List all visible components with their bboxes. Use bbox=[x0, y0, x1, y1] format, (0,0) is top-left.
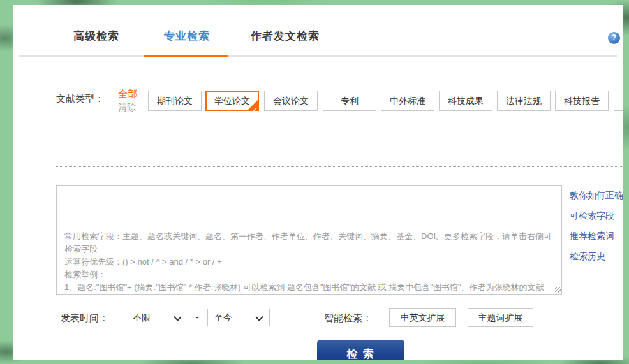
publish-time-label: 发表时间： bbox=[61, 312, 108, 324]
date-range-separator: - bbox=[196, 312, 199, 323]
doc-type-label: 文献类型： bbox=[56, 93, 104, 105]
doc-type-report[interactable]: 科技报告 bbox=[555, 91, 609, 111]
tab-professional-search[interactable]: 专业检索 bbox=[164, 29, 210, 43]
publish-time-to-value: 至今 bbox=[214, 312, 232, 323]
publish-time-to-select[interactable]: 至今 bbox=[207, 309, 270, 326]
link-searchable-fields[interactable]: 可检索字段 bbox=[570, 210, 614, 222]
desktop-background: 高级检索 专业检索 作者发文检索 ? 文献类型： 全部 清除 期刊论文 学位论文… bbox=[0, 0, 629, 364]
doc-type-law[interactable]: 法律法规 bbox=[497, 91, 551, 111]
doc-type-thesis-label: 学位论文 bbox=[214, 96, 250, 106]
doc-type-patent[interactable]: 专利 bbox=[323, 91, 376, 111]
tab-advanced-search[interactable]: 高级检索 bbox=[73, 29, 119, 43]
doc-type-conference[interactable]: 会议论文 bbox=[264, 91, 318, 111]
link-how-to-search[interactable]: 教你如何正确检索 bbox=[570, 190, 623, 201]
search-panel: 高级检索 专业检索 作者发文检索 ? 文献类型： 全部 清除 期刊论文 学位论文… bbox=[13, 5, 623, 360]
clear-link[interactable]: 清除 bbox=[118, 102, 136, 113]
resize-grip-icon[interactable] bbox=[555, 287, 561, 293]
cn-en-expand-button[interactable]: 中英文扩展 bbox=[389, 308, 456, 327]
doc-type-achievement[interactable]: 科技成果 bbox=[439, 91, 492, 111]
query-input[interactable] bbox=[56, 185, 562, 295]
link-recommended-terms[interactable]: 推荐检索词 bbox=[570, 231, 614, 242]
smart-search-label: 智能检索： bbox=[324, 312, 372, 324]
subject-expand-button[interactable]: 主题词扩展 bbox=[468, 308, 533, 327]
dotted-divider bbox=[56, 166, 623, 167]
check-icon: ✓ bbox=[253, 107, 258, 113]
tab-author-search[interactable]: 作者发文检索 bbox=[251, 29, 320, 43]
doc-type-clipped[interactable] bbox=[614, 91, 623, 111]
doc-type-thesis[interactable]: 学位论文 ✓ bbox=[205, 91, 259, 111]
doc-type-journal[interactable]: 期刊论文 bbox=[148, 91, 202, 111]
help-icon[interactable]: ? bbox=[608, 32, 620, 44]
select-all-link[interactable]: 全部 bbox=[118, 88, 137, 100]
search-button[interactable]: 检 索 bbox=[317, 340, 404, 360]
link-search-history[interactable]: 检索历史 bbox=[570, 251, 605, 263]
chevron-down-icon bbox=[255, 313, 263, 321]
publish-time-from-value: 不限 bbox=[133, 312, 151, 323]
doc-type-standard[interactable]: 中外标准 bbox=[381, 91, 434, 111]
chevron-down-icon bbox=[174, 313, 182, 321]
tabs-underline bbox=[19, 55, 617, 57]
active-tab-indicator bbox=[144, 55, 228, 57]
publish-time-from-select[interactable]: 不限 bbox=[126, 309, 188, 326]
